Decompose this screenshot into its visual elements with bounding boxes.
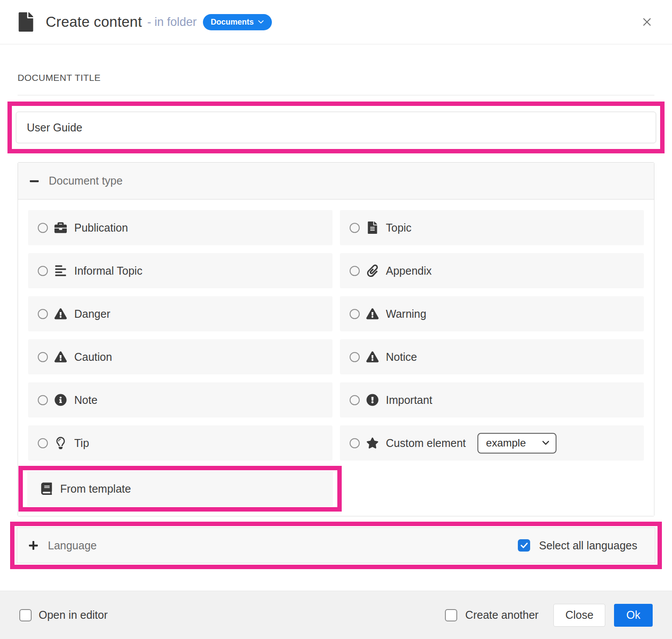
- paperclip-icon: [366, 265, 379, 277]
- folder-pill-button[interactable]: Documents: [203, 14, 272, 30]
- document-type-options: Publication Topic Informal Topic Appendi…: [18, 200, 654, 516]
- close-icon: [642, 17, 652, 27]
- highlight-box-language: Language Select all languages: [10, 522, 662, 569]
- language-label[interactable]: Language: [48, 539, 97, 552]
- info-circle-icon: [54, 394, 67, 406]
- radio-button[interactable]: [38, 438, 48, 448]
- radio-button[interactable]: [350, 266, 360, 276]
- doc-type-option-informal-topic[interactable]: Informal Topic: [28, 253, 332, 288]
- select-all-languages-checkbox[interactable]: [518, 539, 530, 552]
- custom-element-select[interactable]: example: [477, 433, 556, 454]
- ok-button[interactable]: Ok: [614, 604, 653, 627]
- align-left-icon: [54, 265, 67, 277]
- warning-triangle-icon: [366, 308, 379, 320]
- warning-triangle-icon: [54, 351, 67, 363]
- briefcase-icon: [54, 221, 67, 234]
- dialog-body: DOCUMENT TITLE Document type Publication…: [0, 44, 672, 591]
- close-button[interactable]: [640, 15, 654, 29]
- document-type-label: Document type: [49, 174, 123, 187]
- checkmark-icon: [520, 542, 528, 548]
- folder-pill-label: Documents: [211, 18, 254, 27]
- options-grid: Publication Topic Informal Topic Appendi…: [28, 210, 644, 461]
- document-type-panel: Document type Publication Topic Informa: [18, 162, 654, 516]
- open-in-editor: Open in editor: [19, 609, 108, 621]
- doc-type-option-publication[interactable]: Publication: [28, 210, 332, 245]
- radio-button[interactable]: [38, 309, 48, 319]
- open-in-editor-label: Open in editor: [39, 609, 108, 621]
- star-icon: [366, 437, 379, 449]
- radio-button[interactable]: [350, 438, 360, 448]
- doc-type-option-notice[interactable]: Notice: [340, 339, 644, 374]
- select-all-languages-label: Select all languages: [539, 539, 637, 552]
- dialog-title: Create content: [46, 14, 142, 30]
- chevron-down-icon: [542, 440, 549, 446]
- plus-icon: [29, 541, 38, 550]
- file-icon: [18, 12, 33, 32]
- doc-type-option-note[interactable]: Note: [28, 382, 332, 418]
- radio-button[interactable]: [38, 395, 48, 405]
- doc-type-option-caution[interactable]: Caution: [28, 339, 332, 374]
- radio-button[interactable]: [350, 309, 360, 319]
- doc-type-option-warning[interactable]: Warning: [340, 296, 644, 331]
- divider: [18, 95, 654, 95]
- exclamation-circle-icon: [366, 394, 379, 406]
- doc-type-option-important[interactable]: Important: [340, 382, 644, 418]
- document-title-input[interactable]: [16, 112, 656, 143]
- radio-button[interactable]: [38, 223, 48, 233]
- minus-icon: [29, 176, 39, 186]
- radio-button[interactable]: [350, 395, 360, 405]
- footer-actions: Create another Close Ok: [445, 604, 653, 627]
- doc-type-option-appendix[interactable]: Appendix: [340, 253, 644, 288]
- document-type-header[interactable]: Document type: [18, 163, 654, 200]
- lightbulb-icon: [54, 437, 67, 449]
- select-all-languages: Select all languages: [518, 539, 643, 552]
- close-dialog-button[interactable]: Close: [553, 604, 605, 627]
- doc-type-option-tip[interactable]: Tip: [28, 425, 332, 461]
- warning-triangle-icon: [54, 308, 67, 320]
- select-value: example: [486, 437, 526, 449]
- in-folder-label: - in folder: [147, 15, 197, 29]
- file-lines-icon: [366, 221, 379, 234]
- radio-button[interactable]: [38, 352, 48, 362]
- open-in-editor-checkbox[interactable]: [19, 609, 32, 621]
- dialog-footer: Open in editor Create another Close Ok: [0, 591, 672, 639]
- book-icon: [40, 483, 53, 495]
- chevron-down-icon: [258, 20, 264, 24]
- create-another-label: Create another: [465, 609, 538, 621]
- doc-type-option-danger[interactable]: Danger: [28, 296, 332, 331]
- warning-triangle-icon: [366, 351, 379, 363]
- language-panel-header: Language Select all languages: [17, 527, 655, 563]
- doc-type-option-topic[interactable]: Topic: [340, 210, 644, 245]
- highlight-box-title: [7, 102, 665, 153]
- radio-button[interactable]: [350, 223, 360, 233]
- dialog-header: Create content - in folder Documents: [0, 0, 672, 44]
- radio-button[interactable]: [38, 266, 48, 276]
- document-title-label: DOCUMENT TITLE: [18, 73, 654, 83]
- doc-type-option-custom-element[interactable]: Custom element example: [340, 425, 644, 461]
- from-template-button[interactable]: From template: [27, 471, 333, 506]
- highlight-box-from-template: From template: [18, 466, 342, 512]
- create-another-checkbox[interactable]: [445, 609, 457, 621]
- radio-button[interactable]: [350, 352, 360, 362]
